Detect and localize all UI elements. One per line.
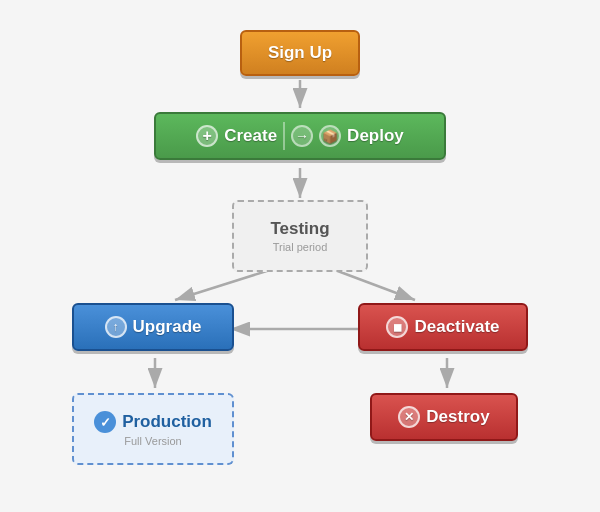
- production-box: ✓ Production Full Version: [72, 393, 234, 465]
- create-section: + Create: [196, 125, 277, 147]
- deploy-label: Deploy: [347, 126, 404, 146]
- destroy-label: Destroy: [426, 407, 489, 427]
- workflow-diagram: Sign Up + Create → 📦 Deploy Testing Tria…: [0, 0, 600, 512]
- production-check-icon: ✓: [94, 411, 116, 433]
- create-label: Create: [224, 126, 277, 146]
- destroy-icon: ✕: [398, 406, 420, 428]
- arrow-icon: →: [291, 125, 313, 147]
- svg-line-5: [335, 270, 415, 300]
- deploy-section: 📦 Deploy: [319, 125, 404, 147]
- upgrade-button[interactable]: ↑ Upgrade: [72, 303, 234, 351]
- testing-subtitle: Trial period: [273, 241, 328, 253]
- signup-label: Sign Up: [268, 43, 332, 63]
- deactivate-button[interactable]: ◼ Deactivate: [358, 303, 528, 351]
- signup-button[interactable]: Sign Up: [240, 30, 360, 76]
- btn-divider: [283, 122, 285, 150]
- production-subtitle: Full Version: [124, 435, 181, 447]
- upgrade-label: Upgrade: [133, 317, 202, 337]
- testing-label: Testing: [270, 219, 329, 239]
- production-label: Production: [122, 412, 212, 432]
- upgrade-icon: ↑: [105, 316, 127, 338]
- deploy-box-icon: 📦: [319, 125, 341, 147]
- plus-icon: +: [196, 125, 218, 147]
- deactivate-label: Deactivate: [414, 317, 499, 337]
- create-deploy-button[interactable]: + Create → 📦 Deploy: [154, 112, 446, 160]
- deactivate-icon: ◼: [386, 316, 408, 338]
- svg-line-4: [175, 270, 270, 300]
- destroy-button[interactable]: ✕ Destroy: [370, 393, 518, 441]
- production-content: ✓ Production: [94, 411, 212, 433]
- testing-box: Testing Trial period: [232, 200, 368, 272]
